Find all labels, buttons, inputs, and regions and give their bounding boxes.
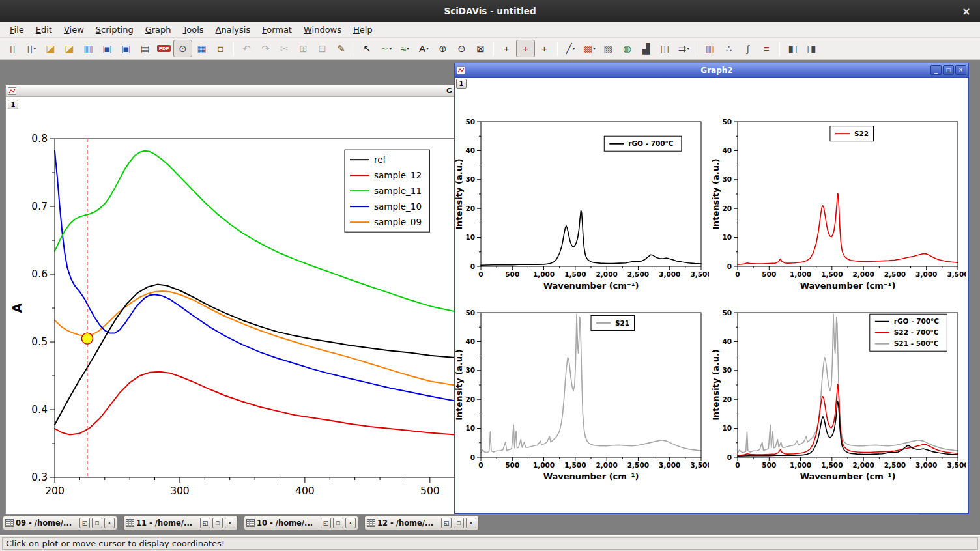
chevron-down-icon: ▾	[593, 46, 596, 51]
print-button[interactable]: ▤	[136, 40, 154, 57]
project-explorer-button[interactable]: ◧	[783, 40, 802, 57]
chevron-down-icon: ▾	[426, 46, 429, 51]
minimized-window-tab[interactable]: 11 - /home/...◱□×	[123, 516, 238, 530]
minimized-window-tab[interactable]: 10 - /home/...◱□×	[244, 516, 358, 530]
svg-text:300: 300	[170, 485, 190, 497]
maximize-button[interactable]: □	[212, 518, 223, 528]
new-aspect-button[interactable]: ▯▾	[22, 40, 41, 57]
screen-reader-button[interactable]: +	[516, 40, 535, 57]
export-pdf-button[interactable]: PDF	[154, 40, 173, 57]
menu-help[interactable]: Help	[347, 23, 379, 36]
image-plot-button[interactable]: ▨	[599, 40, 618, 57]
raman-s21-plot[interactable]: 05001,0001,5002,0002,5003,0003,500010203…	[455, 293, 709, 499]
print-preview-button[interactable]: ⊙	[173, 40, 192, 57]
svg-text:20: 20	[465, 205, 475, 212]
maximize-button[interactable]: □	[943, 65, 954, 75]
graph2-titlebar[interactable]: Graph2 _ □ ×	[455, 63, 968, 78]
zoom-in-button[interactable]: ⊕	[433, 40, 452, 57]
maximize-button[interactable]: □	[92, 518, 102, 528]
raman-overlay-plot[interactable]: 05001,0001,5002,0002,5003,0003,500010203…	[712, 293, 966, 499]
plot3d-scatter-button[interactable]: ∴	[719, 40, 738, 57]
print-icon: ▤	[140, 44, 149, 53]
raman-s22-plot[interactable]: 05001,0001,5002,0002,5003,0003,500010203…	[712, 102, 966, 308]
paste-icon: ⊟	[318, 44, 326, 53]
window-controls: _ □ ×	[930, 65, 966, 75]
svg-text:3,000: 3,000	[659, 461, 680, 469]
graph2-canvas[interactable]: 1 05001,0001,5002,0002,5003,0003,5000102…	[455, 78, 968, 513]
menu-view[interactable]: View	[58, 23, 90, 36]
layer-button[interactable]: 1	[456, 79, 467, 89]
results-log-button[interactable]: ◨	[802, 40, 821, 57]
restore-button[interactable]: ◱	[321, 518, 331, 528]
restore-button[interactable]: ◱	[441, 518, 452, 528]
plot-steps-button[interactable]: ≈▾	[396, 40, 414, 57]
chevron-down-icon: ▾	[687, 46, 689, 51]
restore-button[interactable]: ◱	[79, 518, 90, 528]
pointer-button[interactable]: ↖	[358, 40, 377, 57]
plot-3d-surface-icon: ◍	[623, 44, 631, 53]
select-tools-off-button[interactable]: +	[497, 40, 516, 57]
minimized-window-tab[interactable]: 09 - /home/...◱□×	[3, 516, 117, 530]
close-icon[interactable]: ×	[960, 5, 972, 17]
menu-format[interactable]: Format	[256, 23, 298, 36]
lock-toolbars-button[interactable]: ◘	[211, 40, 230, 57]
restore-button[interactable]: ◱	[200, 518, 210, 528]
plot3d-ribbon-button[interactable]: ≡	[757, 40, 776, 57]
import-ascii-button[interactable]: ▥	[79, 40, 98, 57]
save-project-button[interactable]: ▣	[98, 40, 117, 57]
plot3d-bars-button[interactable]: ▥	[700, 40, 719, 57]
close-button[interactable]: ×	[466, 518, 476, 528]
menubar: FileEditViewScriptingGraphToolsAnalysisF…	[0, 22, 980, 38]
histogram-button[interactable]: ▟	[637, 40, 656, 57]
data-reader-button[interactable]: +	[535, 40, 554, 57]
box-plot-button[interactable]: ◫	[656, 40, 674, 57]
script-editor-button[interactable]: ✎	[332, 40, 351, 57]
vector-plot-button[interactable]: ⇉▾	[674, 40, 693, 57]
save-template-button[interactable]: ▣	[117, 40, 136, 57]
plot-steps-icon: ≈	[401, 44, 406, 53]
maximize-button[interactable]: □	[454, 518, 464, 528]
plot-line-button[interactable]: ∼▾	[377, 40, 396, 57]
menu-scripting[interactable]: Scripting	[90, 23, 139, 36]
svg-text:10: 10	[722, 424, 732, 432]
close-button[interactable]: ×	[345, 518, 356, 528]
svg-text:1,000: 1,000	[533, 461, 555, 469]
cut-icon: ✂	[280, 44, 289, 53]
svg-text:400: 400	[295, 485, 315, 497]
save-template-icon: ▣	[121, 44, 130, 53]
menu-graph[interactable]: Graph	[139, 23, 177, 36]
menu-windows[interactable]: Windows	[298, 23, 347, 36]
close-button[interactable]: ×	[955, 65, 966, 75]
menu-analysis[interactable]: Analysis	[210, 23, 257, 36]
menu-edit[interactable]: Edit	[30, 23, 58, 36]
minimized-window-tab[interactable]: 12 - /home/...◱□×	[364, 516, 479, 530]
svg-text:30: 30	[722, 366, 732, 374]
minimize-button[interactable]: _	[930, 65, 942, 75]
plot-3d-surface-button[interactable]: ◍	[618, 40, 637, 57]
new-table-button[interactable]: ▦	[192, 40, 211, 57]
svg-text:Intensity (a.u.): Intensity (a.u.)	[455, 158, 464, 230]
close-button[interactable]: ×	[104, 518, 115, 528]
graph2-title: Graph2	[465, 66, 968, 75]
raman-rgo-plot[interactable]: 05001,0001,5002,0002,5003,0003,500010203…	[455, 102, 709, 308]
titlebar[interactable]: SciDAVis - untitled ×	[0, 0, 980, 22]
open-template-button[interactable]: ◪	[60, 40, 79, 57]
draw-line-button[interactable]: ╱▾	[561, 40, 580, 57]
menu-tools[interactable]: Tools	[177, 23, 210, 36]
contour-plot-button[interactable]: ▩▾	[580, 40, 599, 57]
toolbar: ▯▯▾◪◪▥▣▣▤PDF⊙▦◘↶↷✂⊞⊟✎↖∼▾≈▾A▾⊕⊖⊠+++╱▾▩▾▨◍…	[0, 38, 980, 60]
svg-text:30: 30	[722, 175, 732, 183]
import-ascii-icon: ▥	[83, 44, 93, 53]
svg-text:3,500: 3,500	[947, 270, 966, 278]
add-text-button[interactable]: A▾	[414, 40, 433, 57]
open-project-button[interactable]: ◪	[41, 40, 60, 57]
plot3d-trajectory-button[interactable]: ∫	[738, 40, 757, 57]
rescale-axes-button[interactable]: ⊠	[471, 40, 490, 57]
close-button[interactable]: ×	[225, 518, 235, 528]
new-project-button[interactable]: ▯	[3, 40, 22, 57]
menu-file[interactable]: File	[4, 23, 30, 36]
zoom-out-button[interactable]: ⊖	[452, 40, 471, 57]
maximize-button[interactable]: □	[333, 518, 343, 528]
svg-text:Intensity (a.u.): Intensity (a.u.)	[712, 158, 721, 230]
layer-button[interactable]: 1	[8, 100, 18, 109]
